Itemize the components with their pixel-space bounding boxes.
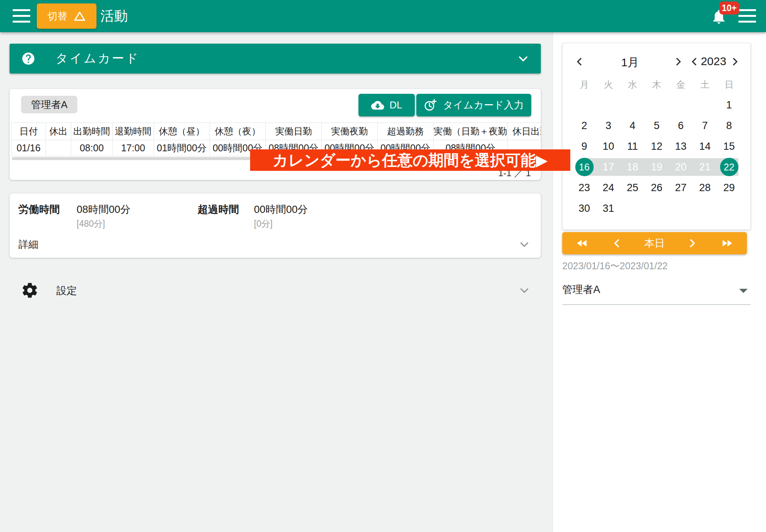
calendar-day[interactable] <box>693 198 717 219</box>
weekday-label: 水 <box>620 77 645 92</box>
calendar-day[interactable]: 15 <box>717 136 741 157</box>
calendar-day-range-start[interactable]: 16 <box>572 157 596 177</box>
calendar-day[interactable] <box>669 198 693 219</box>
download-button[interactable]: DL <box>358 94 415 116</box>
switch-button[interactable]: 切替 <box>37 3 97 29</box>
calendar-day[interactable]: 23 <box>572 177 596 198</box>
calendar-day[interactable]: 9 <box>572 136 596 157</box>
fast-forward-icon[interactable] <box>719 236 735 251</box>
help-icon[interactable] <box>21 51 36 66</box>
calendar-day[interactable] <box>572 95 596 115</box>
range-navigation-bar: 本日 <box>562 232 747 254</box>
col-header-holiday-work: 休出 <box>46 123 71 140</box>
staff-select[interactable]: 管理者A <box>562 280 751 305</box>
calendar-day[interactable]: 3 <box>596 115 620 136</box>
menu-icon[interactable] <box>13 9 30 23</box>
calendar-day[interactable]: 27 <box>669 177 693 198</box>
calendar-week: 2 3 4 5 6 7 8 <box>572 115 741 136</box>
overtime-label: 超過時間 <box>198 203 239 216</box>
staff-select-value: 管理者A <box>562 283 600 296</box>
calendar-week: 30 31 <box>572 198 741 219</box>
next-year-icon[interactable] <box>730 56 741 68</box>
fast-rewind-icon[interactable] <box>574 236 590 251</box>
calendar-day[interactable] <box>669 95 693 115</box>
calendar-day[interactable]: 11 <box>620 136 645 157</box>
settings-expander[interactable]: 設定 <box>10 278 541 302</box>
weekday-label: 木 <box>645 77 669 92</box>
chevron-down-icon[interactable] <box>517 52 529 65</box>
col-header-date: 日付 <box>11 123 46 140</box>
calendar-day[interactable]: 12 <box>645 136 669 157</box>
timecard-entry-button[interactable]: タイムカード入力 <box>416 94 531 116</box>
section-header-timecard[interactable]: タイムカード <box>10 44 541 74</box>
summary-card: 労働時間 08時間00分 [480分] 超過時間 00時間00分 [0分] 詳細 <box>10 193 541 258</box>
today-button[interactable]: 本日 <box>644 236 665 250</box>
sidebar: 1月 2023 月 火 水 木 金 土 日 <box>553 32 766 532</box>
weekday-label: 日 <box>717 77 741 92</box>
calendar-day[interactable]: 6 <box>669 115 693 136</box>
next-month-icon[interactable] <box>673 56 684 68</box>
calendar-day[interactable]: 4 <box>620 115 645 136</box>
calendar-year-label: 2023 <box>697 55 730 68</box>
overflow-menu-icon[interactable] <box>738 9 756 23</box>
labor-time-minutes: [480分] <box>77 218 105 230</box>
calendar-day[interactable] <box>620 95 645 115</box>
cell-break-day: 01時間00分 <box>154 140 210 156</box>
user-chip[interactable]: 管理者A <box>21 96 77 113</box>
calendar-day[interactable] <box>645 198 669 219</box>
cell-holiday-work <box>46 140 71 156</box>
calendar-day[interactable] <box>693 95 717 115</box>
next-week-icon[interactable] <box>684 236 700 251</box>
calendar-day[interactable]: 24 <box>596 177 620 198</box>
calendar-day[interactable]: 31 <box>596 198 620 219</box>
calendar-day-in-range[interactable]: 17 <box>596 157 620 177</box>
calendar-day[interactable]: 25 <box>620 177 645 198</box>
calendar-day[interactable]: 10 <box>596 136 620 157</box>
calendar-day[interactable]: 1 <box>717 95 741 115</box>
calendar-day[interactable]: 5 <box>645 115 669 136</box>
calendar-day-in-range[interactable]: 18 <box>620 157 645 177</box>
calendar-day[interactable] <box>645 95 669 115</box>
overtime-value: 00時間00分 <box>254 203 308 216</box>
calendar-day[interactable]: 2 <box>572 115 596 136</box>
calendar-day[interactable]: 30 <box>572 198 596 219</box>
calendar-day[interactable] <box>596 95 620 115</box>
selected-range-label: 2023/01/16〜2023/01/22 <box>562 260 668 272</box>
weekday-label: 土 <box>693 77 717 92</box>
chevron-down-icon[interactable] <box>519 285 530 296</box>
calendar-month-label: 1月 <box>599 55 661 70</box>
col-header-clock-out: 退勤時間 <box>113 123 154 140</box>
calendar-header: 1月 2023 <box>563 52 750 72</box>
app-bar: 切替 活動 10+ <box>0 0 766 32</box>
calendar-day[interactable]: 14 <box>693 136 717 157</box>
calendar-day-in-range[interactable]: 21 <box>693 157 717 177</box>
calendar-day-in-range[interactable]: 19 <box>645 157 669 177</box>
calendar-day-in-range[interactable]: 20 <box>669 157 693 177</box>
annotation-banner: カレンダーから任意の期間を選択可能▶ <box>250 149 570 171</box>
calendar-day[interactable]: 26 <box>645 177 669 198</box>
prev-week-icon[interactable] <box>609 236 625 251</box>
chevron-down-icon[interactable] <box>519 239 530 250</box>
calendar-day[interactable]: 29 <box>717 177 741 198</box>
col-header-actual-night: 実働夜勤 <box>322 123 378 140</box>
calendar-day[interactable]: 13 <box>669 136 693 157</box>
main-content: タイムカード 管理者A DL <box>0 32 553 532</box>
calendar-day-range-end[interactable]: 22 <box>717 157 741 177</box>
settings-label: 設定 <box>56 284 77 298</box>
weekday-row: 月 火 水 木 金 土 日 <box>572 77 741 92</box>
calendar-day[interactable]: 28 <box>693 177 717 198</box>
calendar-day[interactable]: 7 <box>693 115 717 136</box>
cell-date: 01/16 <box>11 140 46 156</box>
col-header-overtime: 超過勤務 <box>378 123 434 140</box>
prev-month-icon[interactable] <box>574 56 586 68</box>
calendar-day[interactable] <box>620 198 645 219</box>
calendar-day[interactable] <box>717 198 741 219</box>
cloud-download-icon <box>371 100 384 110</box>
overtime-minutes: [0分] <box>254 218 273 230</box>
calendar-day[interactable]: 8 <box>717 115 741 136</box>
detail-expander[interactable]: 詳細 <box>10 233 541 256</box>
cell-clock-in: 08:00 <box>71 140 113 156</box>
clock-plus-icon <box>424 98 437 112</box>
timecard-entry-label: タイムカード入力 <box>443 98 524 112</box>
calendar-grid: 1 2 3 4 5 6 7 8 9 10 11 12 13 14 <box>572 95 741 219</box>
